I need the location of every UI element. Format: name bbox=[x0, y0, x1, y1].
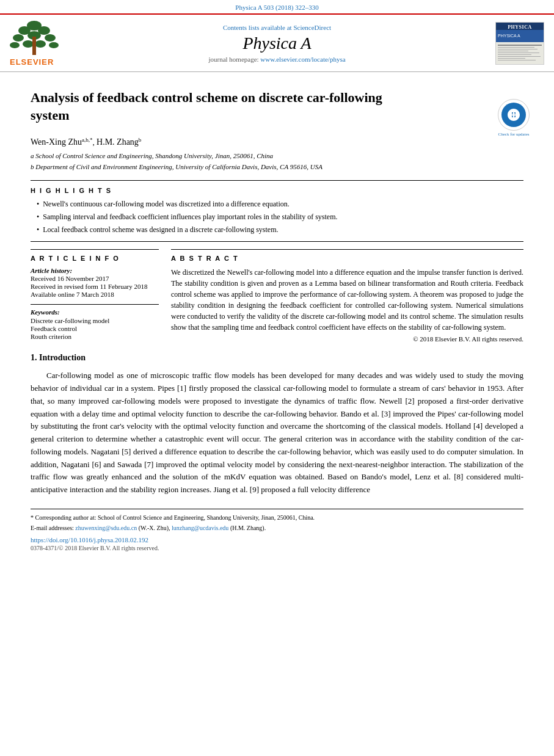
svg-rect-23 bbox=[498, 58, 525, 59]
email1-name: (W.-X. Zhu), bbox=[139, 525, 170, 531]
divider-2 bbox=[31, 241, 523, 242]
email2-name: (H.M. Zhang). bbox=[230, 525, 266, 531]
physica-cover-title: PHYSICA bbox=[506, 23, 533, 30]
author1-affiliation: a,b,* bbox=[82, 137, 93, 143]
highlights-list: Newell's continuous car-following model … bbox=[31, 199, 523, 234]
svg-rect-22 bbox=[498, 56, 541, 57]
footer-divider bbox=[31, 509, 523, 509]
author1-name: Wen-Xing Zhu bbox=[31, 137, 82, 147]
issn-line: 0378-4371/© 2018 Elsevier B.V. All right… bbox=[31, 545, 523, 551]
sciencedirect-link[interactable]: ScienceDirect bbox=[293, 24, 331, 31]
cover-image-icon: PHYSICA A bbox=[495, 30, 544, 64]
author2-affiliation: b bbox=[139, 137, 142, 143]
svg-rect-20 bbox=[498, 53, 539, 53]
keywords-label: Keywords: bbox=[31, 308, 159, 316]
introduction-section: 1. Introduction Car-following model as o… bbox=[31, 351, 523, 496]
top-bar: Physica A 503 (2018) 322–330 bbox=[0, 0, 554, 13]
abstract-text: We discretized the Newell's car-followin… bbox=[171, 267, 523, 333]
svg-text:PHYSICA A: PHYSICA A bbox=[498, 34, 520, 38]
svg-point-9 bbox=[35, 40, 46, 48]
check-updates-circle bbox=[498, 99, 530, 131]
article-info-section: A R T I C L E I N F O Article history: R… bbox=[31, 249, 159, 340]
received-date: Received 16 November 2017 bbox=[31, 275, 159, 282]
affiliation-b: b Department of Civil and Environment En… bbox=[31, 162, 523, 172]
section-number: 1. bbox=[31, 353, 37, 362]
elsevier-tree-icon bbox=[10, 20, 59, 56]
elsevier-logo: ELSEVIER bbox=[10, 20, 59, 67]
article-history: Article history: Received 16 November 20… bbox=[31, 267, 159, 298]
intro-paragraph-1: Car-following model as one of microscopi… bbox=[31, 369, 523, 496]
highlight-item-1: Newell's continuous car-following model … bbox=[37, 199, 523, 209]
article-title: Analysis of feedback control scheme on d… bbox=[31, 89, 409, 124]
section-heading: 1. Introduction bbox=[31, 351, 523, 365]
highlights-section: H I G H L I G H T S Newell's continuous … bbox=[31, 187, 523, 234]
keyword-1: Discrete car-following model bbox=[31, 317, 159, 324]
svg-rect-17 bbox=[498, 47, 534, 48]
corresponding-author: * Corresponding author at: School of Con… bbox=[31, 513, 523, 522]
abstract-section: A B S T R A C T We discretized the Newel… bbox=[171, 249, 523, 343]
content-area: Check for updates Analysis of feedback c… bbox=[0, 72, 554, 564]
doi-line: https://doi.org/10.1016/j.physa.2018.02.… bbox=[31, 536, 523, 543]
check-updates-label: Check for updates bbox=[498, 132, 530, 137]
highlight-item-2: Sampling interval and feedback coefficie… bbox=[37, 212, 523, 222]
svg-rect-16 bbox=[498, 45, 542, 46]
affiliation-a: a School of Control Science and Engineer… bbox=[31, 151, 523, 161]
check-updates-badge: Check for updates bbox=[498, 99, 530, 137]
elsevier-wordmark: ELSEVIER bbox=[10, 57, 54, 67]
homepage-url[interactable]: www.elsevier.com/locate/physa bbox=[260, 56, 345, 63]
svg-point-25 bbox=[512, 113, 516, 117]
journal-title-display: Physica A bbox=[59, 34, 495, 53]
svg-rect-21 bbox=[498, 54, 531, 55]
journal-homepage: journal homepage: www.elsevier.com/locat… bbox=[59, 56, 495, 63]
svg-rect-18 bbox=[498, 49, 538, 49]
article-info-label: A R T I C L E I N F O bbox=[31, 255, 159, 262]
footnotes: * Corresponding author at: School of Con… bbox=[31, 513, 523, 532]
highlights-label: H I G H L I G H T S bbox=[31, 187, 523, 194]
authors-line: Wen-Xing Zhua,b,*, H.M. Zhangb bbox=[31, 137, 523, 147]
keywords-list: Discrete car-following model Feedback co… bbox=[31, 317, 159, 340]
svg-point-10 bbox=[49, 42, 59, 48]
keyword-3: Routh criterion bbox=[31, 333, 159, 340]
journal-header: ELSEVIER Contents lists available at Sci… bbox=[0, 13, 554, 72]
journal-center: Contents lists available at ScienceDirec… bbox=[59, 24, 495, 63]
available-date: Available online 7 March 2018 bbox=[31, 291, 159, 298]
svg-rect-24 bbox=[498, 60, 536, 60]
updates-icon bbox=[506, 107, 521, 122]
highlight-item-3: Local feedback control scheme was design… bbox=[37, 225, 523, 235]
affiliations: a School of Control Science and Engineer… bbox=[31, 151, 523, 172]
email2-link[interactable]: lunzhang@ucdavis.edu bbox=[172, 525, 228, 531]
svg-rect-11 bbox=[32, 37, 36, 55]
email1-link[interactable]: zhuwenxing@sdu.edu.cn bbox=[75, 525, 137, 531]
author2-name: H.M. Zhang bbox=[97, 137, 139, 147]
svg-point-6 bbox=[45, 34, 56, 42]
abstract-label: A B S T R A C T bbox=[171, 255, 523, 262]
revised-date: Received in revised form 11 February 201… bbox=[31, 283, 159, 290]
keyword-2: Feedback control bbox=[31, 325, 159, 332]
divider-1 bbox=[31, 180, 523, 181]
keywords-section: Keywords: Discrete car-following model F… bbox=[31, 304, 159, 340]
svg-point-7 bbox=[10, 42, 20, 48]
doi-line: Physica A 503 (2018) 322–330 bbox=[235, 4, 318, 11]
email-line: E-mail addresses: zhuwenxing@sdu.edu.cn … bbox=[31, 523, 523, 532]
abstract-copyright: © 2018 Elsevier B.V. All rights reserved… bbox=[171, 335, 523, 343]
contents-available: Contents lists available at ScienceDirec… bbox=[59, 24, 495, 31]
section-title: Introduction bbox=[39, 353, 86, 362]
email-label: E-mail addresses: bbox=[31, 525, 74, 531]
svg-rect-19 bbox=[498, 51, 528, 51]
physica-cover: PHYSICA PHYSICA A bbox=[495, 22, 544, 65]
svg-point-8 bbox=[23, 40, 34, 48]
doi-link[interactable]: https://doi.org/10.1016/j.physa.2018.02.… bbox=[31, 536, 148, 543]
history-label: Article history: bbox=[31, 267, 159, 274]
svg-point-4 bbox=[13, 34, 24, 42]
